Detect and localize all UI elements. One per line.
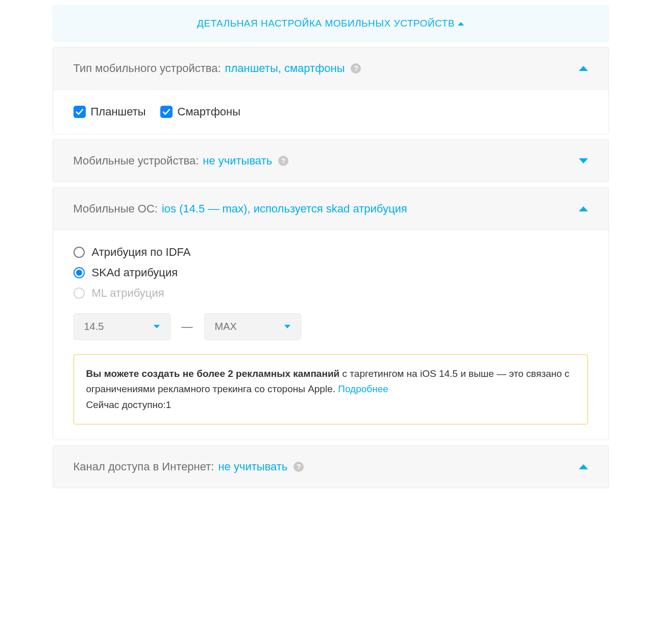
panel-internet-channel-value: не учитывать	[218, 460, 287, 473]
chevron-up-icon	[458, 22, 464, 26]
radio-ml: ML атрибуция	[74, 287, 588, 300]
check-icon	[160, 106, 173, 118]
chevron-down-icon	[154, 325, 160, 328]
radio-skad-label: SKAd атрибуция	[92, 266, 178, 279]
panel-mobile-os-label: Мобильные ОС:	[74, 202, 158, 216]
panel-internet-channel-header[interactable]: Канал доступа в Интернет: не учитывать ?	[53, 446, 608, 488]
radio-ml-label: ML атрибуция	[92, 287, 164, 300]
version-to-select[interactable]: MAX	[204, 313, 301, 340]
radio-skad[interactable]: SKAd атрибуция	[74, 266, 588, 279]
radio-idfa[interactable]: Атрибуция по IDFA	[74, 246, 588, 259]
help-icon[interactable]: ?	[351, 63, 361, 74]
radio-icon	[74, 247, 85, 258]
panel-internet-channel: Канал доступа в Интернет: не учитывать ?	[53, 445, 609, 488]
warn-line2: Сейчас доступно:1	[86, 397, 575, 413]
checkbox-smartphones-label: Смартфоны	[178, 105, 240, 118]
checkbox-tablets-label: Планшеты	[91, 105, 146, 118]
chevron-up-icon	[579, 66, 588, 71]
skad-limit-warning: Вы можете создать не более 2 рекламных к…	[74, 354, 588, 424]
panel-mobile-devices-label: Мобильные устройства:	[74, 154, 199, 168]
panel-device-type-label: Тип мобильного устройства:	[74, 62, 221, 75]
panel-mobile-os: Мобильные ОС: ios (14.5 — max), использу…	[53, 187, 609, 440]
help-icon[interactable]: ?	[278, 156, 288, 166]
chevron-up-icon	[579, 464, 588, 469]
banner-label: ДЕТАЛЬНАЯ НАСТРОЙКА МОБИЛЬНЫХ УСТРОЙСТВ	[197, 18, 455, 29]
panel-device-type-body: Планшеты Смартфоны	[53, 89, 608, 134]
version-to-value: MAX	[215, 321, 237, 332]
checkbox-smartphones[interactable]: Смартфоны	[160, 105, 240, 118]
radio-disabled-icon	[74, 288, 85, 299]
panel-mobile-devices-header[interactable]: Мобильные устройства: не учитывать ?	[53, 140, 608, 182]
version-from-select[interactable]: 14.5	[74, 313, 170, 340]
mobile-detailed-settings-banner[interactable]: ДЕТАЛЬНАЯ НАСТРОЙКА МОБИЛЬНЫХ УСТРОЙСТВ	[53, 5, 609, 42]
chevron-down-icon	[284, 325, 290, 328]
version-from-value: 14.5	[84, 321, 104, 332]
warn-bold: Вы можете создать не более 2 рекламных к…	[86, 368, 340, 379]
panel-mobile-os-header[interactable]: Мобильные ОС: ios (14.5 — max), использу…	[53, 188, 608, 230]
panel-mobile-devices: Мобильные устройства: не учитывать ?	[53, 139, 609, 182]
range-separator: —	[182, 320, 193, 333]
radio-selected-icon	[74, 267, 85, 278]
panel-device-type-header[interactable]: Тип мобильного устройства: планшеты, сма…	[53, 47, 608, 89]
checkbox-tablets[interactable]: Планшеты	[74, 105, 146, 118]
panel-mobile-os-body: Атрибуция по IDFA SKAd атрибуция ML атри…	[53, 230, 608, 440]
panel-mobile-devices-value: не учитывать	[203, 154, 272, 168]
chevron-up-icon	[579, 206, 588, 211]
radio-idfa-label: Атрибуция по IDFA	[92, 246, 191, 259]
learn-more-link[interactable]: Подробнее	[338, 384, 388, 394]
panel-mobile-os-value: ios (14.5 — max), используется skad атри…	[162, 202, 407, 216]
panel-device-type-value: планшеты, смартфоны	[225, 62, 345, 75]
help-icon[interactable]: ?	[293, 462, 304, 472]
chevron-down-icon	[579, 158, 588, 163]
check-icon	[74, 106, 86, 118]
panel-internet-channel-label: Канал доступа в Интернет:	[74, 460, 214, 473]
panel-device-type: Тип мобильного устройства: планшеты, сма…	[53, 47, 609, 134]
